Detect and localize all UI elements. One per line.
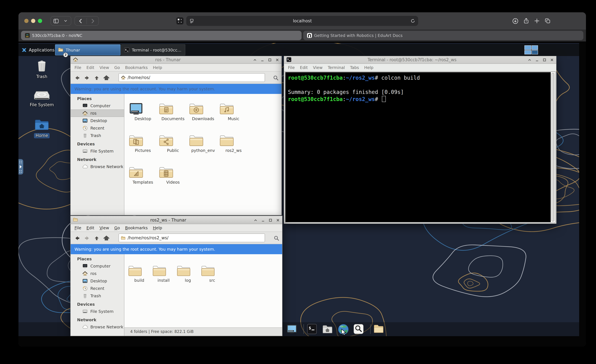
home-button[interactable] (102, 74, 110, 82)
sidebar-item-file-system[interactable]: File System (71, 147, 124, 155)
dock-app-finder[interactable] (353, 324, 364, 334)
shade-button[interactable] (253, 218, 258, 222)
menu-bookmarks[interactable]: Bookmarks (122, 224, 150, 231)
sidebar-item-desktop[interactable]: Desktop (71, 277, 124, 285)
maximize-button[interactable] (268, 218, 273, 222)
file-log[interactable]: log (176, 265, 200, 283)
menu-tabs[interactable]: Tabs (347, 64, 361, 71)
terminal-screen[interactable]: root@530ccb7f1cba:~/ros2_ws# colcon buil… (285, 72, 551, 222)
address-bar[interactable]: localhost (186, 16, 418, 26)
sidebar-item-trash[interactable]: Trash (71, 292, 124, 300)
path-field[interactable]: /home/ros/ (119, 73, 265, 82)
close-window-button[interactable] (24, 19, 29, 23)
sidebar-item-computer[interactable]: Computer (71, 102, 124, 110)
extension-button[interactable] (176, 17, 184, 25)
menu-view[interactable]: View (97, 224, 112, 231)
shade-button[interactable] (527, 58, 532, 62)
menu-edit[interactable]: Edit (297, 64, 310, 71)
sidebar-item-desktop[interactable]: Desktop (71, 117, 124, 124)
forward-button[interactable] (83, 74, 91, 82)
file-python_env[interactable]: python_env (188, 134, 218, 153)
file-videos[interactable]: Videos (158, 166, 187, 185)
file-public[interactable]: Public (158, 134, 187, 153)
file-downloads[interactable]: Downloads (188, 102, 218, 121)
menu-terminal[interactable]: Terminal (325, 64, 348, 71)
maximize-button[interactable] (542, 58, 547, 62)
menu-go[interactable]: Go (112, 224, 123, 231)
sidebar-toggle-button[interactable] (52, 17, 60, 25)
hidden-panel-handle[interactable] (18, 159, 23, 175)
desktop-icon-file-system[interactable]: File System (26, 90, 57, 108)
sidebar-item-trash[interactable]: Trash (71, 132, 124, 139)
applications-menu-button[interactable]: Applications (18, 44, 55, 56)
window-titlebar[interactable]: ros2_ws - Thunar (71, 216, 282, 224)
up-button[interactable] (93, 74, 100, 82)
close-button[interactable] (276, 218, 280, 222)
sidebar-item-ros[interactable]: ros (71, 110, 124, 117)
menu-go[interactable]: Go (112, 64, 123, 71)
downloads-button[interactable] (511, 17, 520, 25)
menu-help[interactable]: Help (362, 64, 376, 71)
sidebar-item-browse-network[interactable]: Browse Network (71, 163, 124, 170)
file-documents[interactable]: Documents (158, 102, 187, 121)
minimize-window-button[interactable] (31, 19, 35, 23)
tab-novnc[interactable]: noVNC 530ccb7f1cba:0 - noVNC (21, 31, 301, 40)
new-tab-button[interactable] (533, 17, 541, 25)
desktop-icon-home[interactable]: Home (26, 118, 57, 138)
menu-help[interactable]: Help (150, 64, 165, 71)
dock-file-manager-home[interactable] (322, 324, 333, 334)
file-ros2_ws[interactable]: ros2_ws (219, 134, 248, 153)
folder-view[interactable]: Desktop Documents Downloads Music Pictur… (124, 94, 282, 215)
up-button[interactable] (93, 234, 100, 242)
thunar-window-ros[interactable]: ros - ThunarFileEditViewGoBookmarksHelp/… (70, 55, 282, 215)
menu-file[interactable]: File (285, 64, 297, 71)
sidebar-item-recent[interactable]: Recent (71, 124, 124, 132)
tab-overview-button[interactable] (544, 17, 552, 25)
minimize-button[interactable] (261, 218, 265, 222)
zoom-window-button[interactable] (38, 19, 42, 23)
scrollbar-thumb[interactable] (552, 73, 554, 222)
reload-icon[interactable] (410, 18, 415, 23)
back-button[interactable] (73, 234, 81, 242)
dock-show-desktop[interactable] (286, 324, 297, 334)
file-build[interactable]: build (128, 265, 151, 283)
menu-view[interactable]: View (97, 64, 112, 71)
dock-file-manager[interactable] (373, 324, 384, 334)
taskbar-task-thunar[interactable]: 2Thunar (55, 44, 120, 55)
thunar-window-ros2ws[interactable]: ros2_ws - ThunarFileEditViewGoBookmarksH… (70, 216, 283, 336)
sidebar-item-computer[interactable]: Computer (71, 262, 124, 270)
taskbar-task-terminal-root-530ccb-[interactable]: $Terminal - root@530ccb... (121, 44, 185, 55)
terminal-scrollbar[interactable] (551, 72, 555, 222)
reader-icon[interactable] (189, 18, 194, 23)
file-src[interactable]: src (201, 265, 224, 283)
minimize-button[interactable] (260, 58, 265, 62)
dock-terminal-emulator[interactable]: $ (306, 324, 317, 334)
back-button[interactable] (73, 74, 81, 82)
home-button[interactable] (102, 234, 110, 242)
file-templates[interactable]: Templates (128, 166, 157, 185)
workspace-4[interactable] (531, 50, 538, 54)
close-button[interactable] (550, 58, 554, 62)
menu-view[interactable]: View (310, 64, 325, 71)
minimize-button[interactable] (535, 58, 539, 62)
back-button[interactable] (76, 17, 85, 25)
sidebar-item-recent[interactable]: Recent (71, 285, 124, 292)
menu-bookmarks[interactable]: Bookmarks (122, 64, 150, 71)
search-button[interactable] (272, 74, 280, 82)
shade-button[interactable] (253, 58, 257, 62)
window-titlebar[interactable]: $Terminal - root@530ccb7f1cba: ~/ros2_ws (284, 56, 556, 64)
desktop-icon-trash[interactable]: Trash (26, 60, 57, 79)
file-pictures[interactable]: Pictures (128, 134, 157, 153)
terminal-window[interactable]: $Terminal - root@530ccb7f1cba: ~/ros2_ws… (284, 55, 557, 224)
share-button[interactable] (522, 17, 530, 25)
menu-file[interactable]: File (72, 224, 84, 231)
close-button[interactable] (275, 58, 280, 62)
maximize-button[interactable] (268, 58, 272, 62)
file-install[interactable]: install (152, 265, 175, 283)
sidebar-item-ros[interactable]: ros (71, 270, 124, 277)
forward-button[interactable] (83, 234, 91, 242)
menu-edit[interactable]: Edit (84, 64, 97, 71)
workspace-1[interactable] (524, 45, 531, 50)
folder-view[interactable]: build install log src (124, 254, 282, 336)
tab-eduart-docs[interactable]: Getting Started with Robotics | EduArt D… (303, 31, 583, 40)
